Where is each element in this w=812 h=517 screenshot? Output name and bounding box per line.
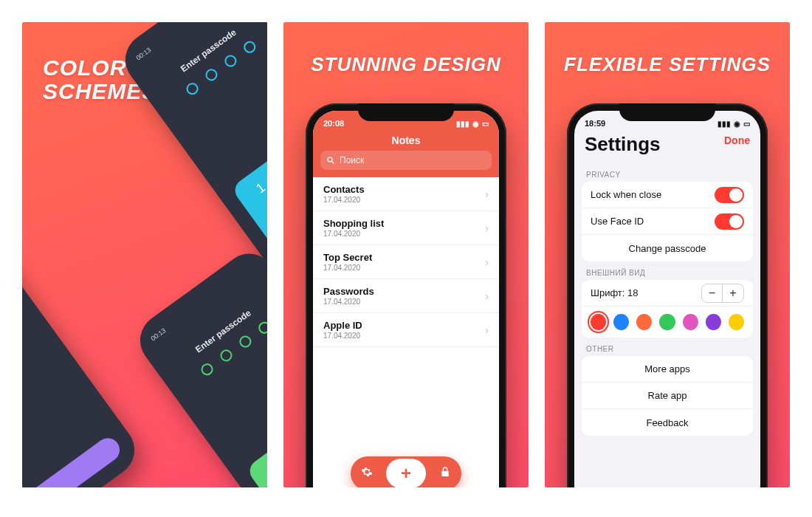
note-date: 17.04.2020 xyxy=(323,196,365,204)
row-label: Rate app xyxy=(648,390,687,401)
row-label: Feedback xyxy=(646,417,688,428)
chevron-right-icon: › xyxy=(485,290,489,302)
settings-screen: 18:59 ▮▮▮ ◉ ▭ Settings Done PRIVACY Lock… xyxy=(574,111,760,487)
promo-panel-stunning-design: STUNNING DESIGN 20:08 ▮▮▮ ◉ ▭ Notes xyxy=(283,22,529,487)
note-date: 17.04.2020 xyxy=(323,332,362,340)
wifi-icon: ◉ xyxy=(472,120,479,128)
note-row[interactable]: Apple ID17.04.2020› xyxy=(313,313,499,347)
section-label-other: OTHER xyxy=(574,338,760,356)
note-title: Contacts xyxy=(323,184,365,195)
stepper-minus[interactable]: − xyxy=(702,284,723,302)
color-swatch[interactable] xyxy=(683,314,698,330)
note-title: Top Secret xyxy=(323,252,372,263)
color-swatch[interactable] xyxy=(636,314,652,330)
color-swatch[interactable] xyxy=(591,314,606,330)
done-button[interactable]: Done xyxy=(724,134,750,146)
chevron-right-icon: › xyxy=(485,324,489,336)
color-swatch[interactable] xyxy=(729,314,744,330)
font-size-label: Шрифт: 18 xyxy=(591,287,638,298)
chevron-right-icon: › xyxy=(485,188,489,200)
lock-button[interactable] xyxy=(439,466,451,481)
lock-icon xyxy=(439,466,451,478)
svg-line-3 xyxy=(332,162,334,164)
mock-phone-green: 00:13 Enter passcode 1 2 3 4 5 6 7 xyxy=(130,243,267,487)
font-size-stepper: − + xyxy=(701,284,744,303)
bottom-toolbar: + xyxy=(351,456,461,487)
statusbar-time: 20:08 xyxy=(323,119,344,128)
other-card: More apps Rate app Feedback xyxy=(582,356,753,436)
promo-panel-flexible-settings: FLEXIBLE SETTINGS 18:59 ▮▮▮ ◉ ▭ Settings… xyxy=(545,22,790,487)
privacy-card: Lock when close Use Face ID Change passc… xyxy=(582,182,753,261)
color-swatches xyxy=(582,307,753,338)
notes-list: Contacts17.04.2020›Shopping list17.04.20… xyxy=(313,177,499,487)
add-note-button[interactable]: + xyxy=(386,459,426,487)
gear-icon xyxy=(361,466,373,478)
note-title: Passwords xyxy=(323,286,374,297)
note-title: Shopping list xyxy=(323,218,384,229)
battery-icon: ▭ xyxy=(482,120,489,128)
phone-notch xyxy=(619,103,715,121)
note-date: 17.04.2020 xyxy=(323,264,372,272)
signal-icon: ▮▮▮ xyxy=(718,120,731,128)
phone-notch xyxy=(358,103,454,121)
battery-icon: ▭ xyxy=(743,120,750,128)
toggle-lock-when-close[interactable] xyxy=(715,187,744,203)
row-more-apps[interactable]: More apps xyxy=(582,356,753,383)
statusbar-time: 00:13 xyxy=(149,326,167,342)
row-feedback[interactable]: Feedback xyxy=(582,409,753,436)
panel-title: FLEXIBLE SETTINGS xyxy=(545,53,790,76)
note-row[interactable]: Top Secret17.04.2020› xyxy=(313,245,499,279)
appearance-card: Шрифт: 18 − + xyxy=(582,280,753,338)
search-icon xyxy=(326,156,335,165)
signal-icon: ▮▮▮ xyxy=(456,120,469,128)
phone-frame: 20:08 ▮▮▮ ◉ ▭ Notes Поиск Contacts17.04.… xyxy=(306,103,506,487)
passcode-prompt: Enter passcode xyxy=(148,22,267,96)
section-label-appearance: ВНЕШНИЙ ВИД xyxy=(574,261,760,280)
page-title: Settings xyxy=(585,133,661,156)
stepper-plus[interactable]: + xyxy=(723,284,743,302)
row-change-passcode[interactable]: Change passcode xyxy=(582,235,753,261)
search-input[interactable]: Поиск xyxy=(320,151,492,170)
row-label: More apps xyxy=(644,363,689,374)
search-placeholder: Поиск xyxy=(340,155,364,165)
row-label: Use Face ID xyxy=(591,216,644,227)
statusbar-time: 00:13 xyxy=(134,46,152,61)
row-label: Change passcode xyxy=(629,243,706,254)
promo-panel-color-schemes: COLORSCHEMES 00:13 Enter passcode 1 2 3 xyxy=(22,22,267,487)
notes-screen: 20:08 ▮▮▮ ◉ ▭ Notes Поиск Contacts17.04.… xyxy=(313,111,499,487)
row-rate-app[interactable]: Rate app xyxy=(582,383,753,409)
key-4[interactable]: 4 xyxy=(258,194,267,227)
row-lock-when-close[interactable]: Lock when close xyxy=(582,182,753,208)
section-label-privacy: PRIVACY xyxy=(574,163,760,182)
settings-button[interactable] xyxy=(361,466,373,481)
status-icons: ▮▮▮ ◉ ▭ xyxy=(456,120,489,128)
plus-icon: + xyxy=(401,463,411,484)
statusbar-time: 18:59 xyxy=(585,119,605,128)
numeric-keypad xyxy=(22,434,124,487)
note-date: 17.04.2020 xyxy=(323,298,374,306)
note-row[interactable]: Passwords17.04.2020› xyxy=(313,279,499,313)
mock-phone-purple: 00:13 Enter passcode xyxy=(22,199,145,487)
phone-mosaic: 00:13 Enter passcode 1 2 3 4 5 6 7 xyxy=(22,22,267,487)
phone-frame: 18:59 ▮▮▮ ◉ ▭ Settings Done PRIVACY Lock… xyxy=(567,103,768,487)
row-font-size: Шрифт: 18 − + xyxy=(582,280,753,307)
wifi-icon: ◉ xyxy=(734,120,740,128)
panel-title: STUNNING DESIGN xyxy=(283,53,529,76)
color-swatch[interactable] xyxy=(659,314,675,330)
note-row[interactable]: Shopping list17.04.2020› xyxy=(313,211,499,245)
chevron-right-icon: › xyxy=(485,222,489,234)
svg-point-2 xyxy=(328,157,332,162)
row-label: Lock when close xyxy=(591,189,661,200)
screen-title: Notes xyxy=(313,133,499,151)
key-1[interactable]: 1 xyxy=(258,453,267,485)
note-date: 17.04.2020 xyxy=(323,230,384,238)
toggle-use-face-id[interactable] xyxy=(715,213,744,230)
key-1[interactable]: 1 xyxy=(243,172,267,205)
color-swatch[interactable] xyxy=(706,314,721,330)
status-icons: ▮▮▮ ◉ ▭ xyxy=(718,120,750,128)
row-use-face-id[interactable]: Use Face ID xyxy=(582,208,753,235)
numeric-keypad: 1 2 3 4 5 6 7 8 9 0 xyxy=(245,394,267,487)
note-title: Apple ID xyxy=(323,320,362,331)
color-swatch[interactable] xyxy=(613,314,629,330)
note-row[interactable]: Contacts17.04.2020› xyxy=(313,177,499,211)
